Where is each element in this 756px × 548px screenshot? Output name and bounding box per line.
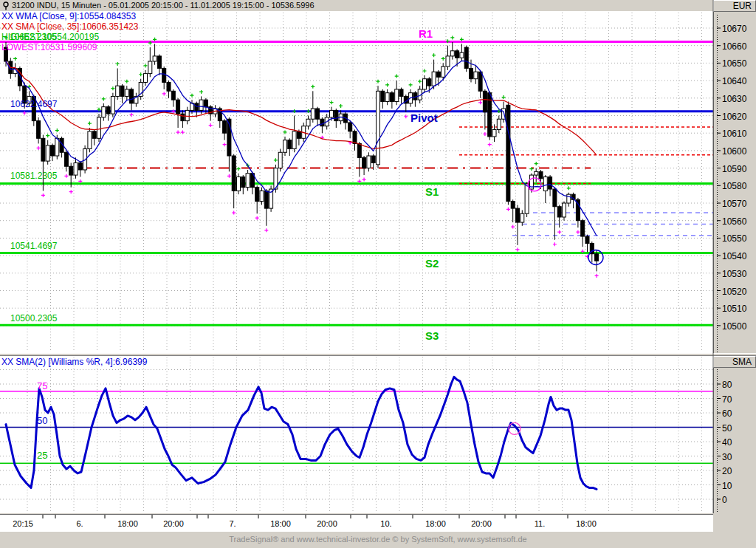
price-axis-tick-label: 10610 xyxy=(722,129,746,139)
time-axis-label: 6. xyxy=(62,519,97,528)
time-axis-label: 20:00 xyxy=(464,519,499,528)
level-label-pivot-value: 10622.4697 xyxy=(10,100,57,109)
osc-axis-tick-label: 0 xyxy=(722,495,727,505)
time-axis-label: 18:00 xyxy=(418,519,453,528)
level-name-pivot: Pivot xyxy=(410,112,438,123)
chart-window: 31200 INDU, 15 Minuten - 05.01.2005 20:1… xyxy=(0,0,756,548)
level-label-s3-value: 10500.2305 xyxy=(10,314,57,323)
price-axis-tick-label: 10620 xyxy=(722,112,746,122)
price-axis-tick-label: 10500 xyxy=(722,321,746,332)
price-axis-tick-label: 10570 xyxy=(722,199,746,209)
time-axis-label: 20:15 xyxy=(5,519,41,528)
osc-level-25: 25 xyxy=(37,451,47,460)
osc-axis-tick-label: 10 xyxy=(722,481,732,491)
price-axis-tick-label: 10540 xyxy=(722,251,746,261)
time-axis-label: 18:00 xyxy=(568,519,604,528)
osc-level-75: 75 xyxy=(37,381,47,391)
osc-axis-tick-label: 30 xyxy=(722,452,732,462)
osc-axis-tick-label: 20 xyxy=(722,466,732,476)
osc-axis-tick-label: 60 xyxy=(722,408,732,419)
legend-lowest: LOWEST:10531.599609 xyxy=(1,43,97,52)
level-name-s2: S2 xyxy=(425,258,439,269)
level-label-s1-value: 10581.2305 xyxy=(10,171,57,180)
price-axis-tick-label: 10660 xyxy=(722,41,746,52)
price-axis-tick-label: 10590 xyxy=(722,164,746,174)
osc-axis-tick-label: 40 xyxy=(722,437,732,448)
time-axis-label: 18:00 xyxy=(263,519,298,528)
price-axis-tick-label: 10650 xyxy=(722,58,746,69)
time-axis-label: 20:00 xyxy=(156,519,191,528)
legend-highest: HIGHEST:10554.200195 xyxy=(1,32,99,41)
osc-legend: XX SMA(2) [Williams %R, 4]:6.96399 xyxy=(1,357,147,366)
price-axis-tick-label: 10530 xyxy=(722,269,746,279)
time-axis-label: 18:00 xyxy=(110,519,145,528)
osc-axis-tick-label: 80 xyxy=(722,380,732,390)
time-axis-label: 10. xyxy=(368,519,404,528)
chart-canvas xyxy=(0,0,756,548)
time-axis-label: 7. xyxy=(215,519,250,528)
price-axis-tick-label: 10560 xyxy=(722,216,746,227)
osc-axis-tick-label: 50 xyxy=(722,423,732,434)
legend-wma: XX WMA [Close, 9]:10554.084353 xyxy=(1,12,136,21)
level-name-s3: S3 xyxy=(425,330,439,341)
level-name-s1: S1 xyxy=(425,186,439,197)
price-axis-tick-label: 10550 xyxy=(722,233,746,244)
time-axis-label: 11. xyxy=(522,519,557,528)
price-axis-tick-label: 10580 xyxy=(722,181,746,191)
level-label-s2-value: 10541.4697 xyxy=(10,242,57,250)
price-axis-tick-label: 10640 xyxy=(722,76,746,86)
osc-axis-tick-label: 70 xyxy=(722,394,732,405)
price-axis-tick-label: 10510 xyxy=(722,304,746,314)
time-axis-label: 20:00 xyxy=(309,519,345,528)
osc-level-50: 50 xyxy=(37,416,47,425)
price-axis-tick-label: 10520 xyxy=(722,287,746,297)
level-name-r1: R1 xyxy=(419,28,433,39)
price-axis-tick-label: 10670 xyxy=(722,24,746,34)
price-axis-tick-label: 10600 xyxy=(722,146,746,157)
price-axis-tick-label: 10630 xyxy=(722,94,746,104)
legend-sma: XX SMA [Close, 35]:10606.351423 xyxy=(1,22,138,31)
